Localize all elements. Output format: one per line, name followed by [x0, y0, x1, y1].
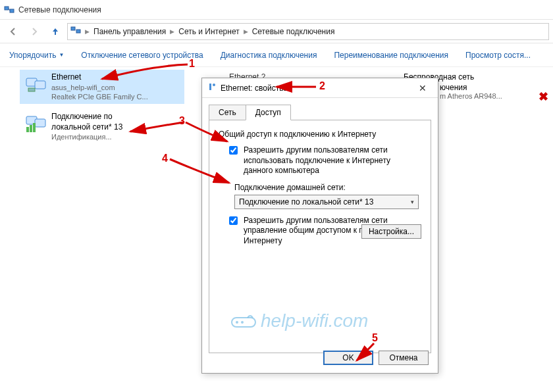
svg-rect-13 — [35, 119, 45, 127]
connection-status: asus_help-wifi_com — [51, 83, 148, 92]
annotation-3: 3 — [179, 115, 185, 127]
window-icon — [4, 5, 14, 15]
dialog-buttons: OK Отмена — [323, 351, 429, 365]
command-bar: Упорядочить ▼ Отключение сетевого устрой… — [0, 43, 553, 67]
breadcrumb-mid[interactable]: Сеть и Интернет — [178, 27, 239, 36]
home-network-label: Подключение домашней сети: — [234, 183, 421, 192]
dialog-title: Ethernet: свойства — [221, 84, 288, 93]
svg-rect-4 — [76, 30, 80, 33]
breadcrumb-icon — [70, 25, 81, 37]
tab-access[interactable]: Доступ — [246, 105, 291, 120]
rename-button[interactable]: Переименование подключения — [334, 51, 448, 60]
allow-sharing-label: Разрешить другим пользователям сети испо… — [244, 145, 421, 176]
tab-network[interactable]: Сеть — [209, 105, 246, 120]
breadcrumb-root[interactable]: Панель управления — [93, 27, 166, 36]
breadcrumb-leaf[interactable]: Сетевые подключения — [252, 27, 335, 36]
annotation-4: 4 — [162, 153, 168, 164]
cancel-label: Отмена — [389, 353, 417, 362]
svg-rect-3 — [71, 27, 75, 30]
home-network-value: Подключение по локальной сети* 13 — [239, 197, 373, 207]
tab-content: Общий доступ к подключению к Интернету Р… — [209, 120, 431, 353]
svg-rect-7 — [28, 88, 35, 91]
chevron-right-icon: ▶ — [170, 28, 174, 35]
properties-dialog: Ethernet: свойства ✕ Сеть Доступ Общий д… — [201, 78, 438, 374]
disabled-x-icon: ✖ — [539, 89, 548, 104]
forward-button[interactable] — [25, 22, 43, 41]
window-title: Сетевые подключения — [18, 5, 101, 14]
connection-name: Ethernet — [51, 72, 148, 83]
up-button[interactable] — [46, 22, 65, 41]
tab-bar: Сеть Доступ — [202, 98, 438, 120]
svg-point-18 — [213, 84, 215, 86]
annotation-5: 5 — [372, 332, 378, 344]
allow-control-checkbox[interactable] — [229, 216, 238, 225]
lan-icon — [24, 112, 47, 135]
connection-name: Подключение по локальной сети* 13 — [51, 112, 150, 132]
allow-sharing-checkbox-row[interactable]: Разрешить другим пользователям сети испо… — [226, 145, 421, 176]
svg-rect-0 — [5, 7, 9, 10]
svg-rect-16 — [33, 123, 36, 132]
home-network-select[interactable]: Подключение по локальной сети* 13 ▾ — [234, 195, 419, 209]
svg-rect-1 — [10, 9, 14, 12]
configure-label: Настройка... — [369, 227, 414, 236]
svg-rect-14 — [26, 127, 29, 132]
svg-rect-15 — [30, 125, 32, 132]
dialog-icon — [207, 82, 217, 93]
svg-rect-17 — [209, 84, 211, 90]
diagnose-button[interactable]: Диагностика подключения — [221, 51, 317, 60]
ok-label: OK — [342, 353, 354, 362]
content-area: Ethernet asus_help-wifi_com Realtek PCIe… — [0, 67, 553, 392]
ok-button[interactable]: OK — [323, 351, 373, 365]
svg-rect-6 — [35, 81, 45, 89]
connection-ethernet[interactable]: Ethernet asus_help-wifi_com Realtek PCIe… — [20, 70, 184, 104]
disable-device-button[interactable]: Отключение сетевого устройства — [81, 51, 203, 60]
breadcrumb-bar[interactable]: ▶ Панель управления ▶ Сеть и Интернет ▶ … — [67, 23, 549, 40]
allow-sharing-checkbox[interactable] — [229, 146, 238, 155]
annotation-1: 1 — [189, 58, 195, 70]
cancel-button[interactable]: Отмена — [379, 351, 429, 365]
chevron-down-icon: ▼ — [59, 52, 64, 58]
chevron-down-icon: ▾ — [411, 199, 414, 205]
annotation-2: 2 — [319, 80, 325, 92]
organize-menu[interactable]: Упорядочить ▼ — [9, 51, 64, 60]
back-button[interactable] — [4, 22, 22, 41]
connection-lan[interactable]: Подключение по локальной сети* 13 Иденти… — [20, 109, 184, 144]
connection-device: Realtek PCIe GBE Family C... — [51, 92, 148, 101]
view-state-button[interactable]: Просмотр состя... — [465, 51, 531, 60]
connection-status: Идентификация... — [51, 132, 150, 141]
ethernet-icon — [24, 72, 47, 96]
configure-button[interactable]: Настройка... — [361, 224, 421, 239]
chevron-right-icon: ▶ — [85, 28, 90, 35]
close-button[interactable]: ✕ — [413, 83, 433, 93]
organize-label: Упорядочить — [9, 51, 56, 60]
sharing-group-label: Общий доступ к подключению к Интернету — [219, 130, 421, 139]
address-bar-row: ▶ Панель управления ▶ Сеть и Интернет ▶ … — [0, 20, 553, 43]
chevron-right-icon: ▶ — [244, 28, 248, 35]
window-titlebar: Сетевые подключения — [0, 0, 553, 20]
